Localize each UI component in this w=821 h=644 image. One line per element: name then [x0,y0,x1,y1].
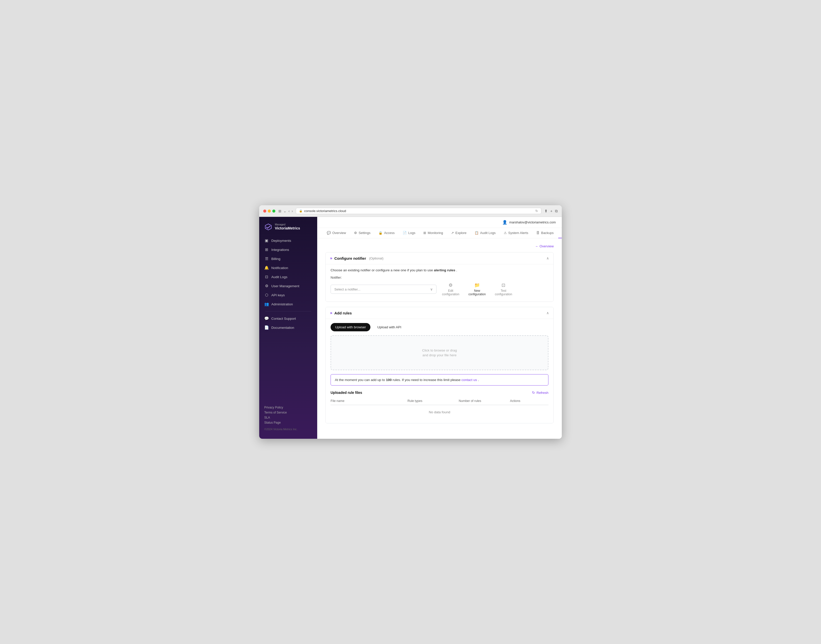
tab-label-logs: Logs [408,231,415,235]
tab-explore[interactable]: ↗ Explore [447,228,470,238]
chevron-right-double-rules-icon: » [330,311,332,315]
sidebar-toggle-icon[interactable]: ⊞ [278,209,282,213]
logo-text: Managed VictoriaMetrics [275,224,300,230]
new-tab-icon[interactable]: + [550,209,553,213]
terms-of-service-link[interactable]: Terms of Service [264,410,312,415]
sla-link[interactable]: SLA [264,415,312,420]
minimize-button[interactable] [268,210,271,213]
api-keys-icon: ⬡ [264,293,269,297]
sidebar-item-billing[interactable]: ☰ Billing [261,254,315,263]
sidebar-item-administration[interactable]: 👥 Administration [261,299,315,309]
main-content: 👤 marshalov@victoriametrics.com 💬 Overvi… [317,217,562,439]
back-button[interactable]: ‹ [288,209,290,213]
svg-marker-0 [265,224,271,230]
dropzone-text-line1: Click to browse or drag [336,348,543,352]
integrations-icon: ⊞ [264,247,269,252]
browser-titlebar: ⊞ ⌄ ‹ › 🔒 console.victoriametrics.cloud … [259,205,562,217]
close-button[interactable] [263,210,266,213]
upload-tabs: Upload with browser Upload with API [331,323,548,331]
privacy-policy-link[interactable]: Privacy Policy [264,405,312,410]
sidebar-label-integrations: Integrations [271,248,289,251]
tabs-icon[interactable]: ⧉ [555,209,558,213]
sidebar-item-api-keys[interactable]: ⬡ API keys [261,290,315,299]
notifier-select[interactable]: Select a notifier... ∨ [331,285,437,294]
uploaded-files-header: Uploaded rule files ↻ Refresh [331,391,548,395]
add-rules-body: Upload with browser Upload with API Clic… [326,319,553,423]
rules-limit-info-box: At the moment you can add up to 100 rule… [331,374,548,386]
notifier-description: Choose an existing notifier or configure… [331,268,548,272]
refresh-icon: ↻ [532,391,535,395]
notifier-desc-highlight: alerting rules [434,268,455,272]
tab-label-settings: Settings [358,231,371,235]
notifier-desc-prefix: Choose an existing notifier or configure… [331,268,434,272]
edit-config-label: Editconfiguration [442,289,460,296]
optional-label: (Optional) [369,256,383,260]
tab-logs[interactable]: 📄 Logs [399,228,419,238]
tab-audit-logs[interactable]: 📋 Audit Logs [471,228,499,238]
page-body: ← Overview » Configure notifier (Optiona… [317,238,562,439]
table-header: File name Rule types Number of rules Act… [331,397,548,405]
col-rule-types: Rule types [407,399,459,403]
new-configuration-button[interactable]: 📁 Newconfiguration [466,281,489,297]
configure-notifier-title: » Configure notifier (Optional) [330,256,383,261]
sidebar-item-audit-logs[interactable]: ⊡ Audit Logs [261,272,315,281]
sidebar-item-documentation[interactable]: 📄 Documentation [261,323,315,332]
refresh-button[interactable]: ↻ Refresh [532,391,548,395]
sidebar-item-user-management[interactable]: ⚙ User Management [261,281,315,290]
test-configuration-button[interactable]: ⊡ Testconfiguration [492,281,515,297]
status-page-link[interactable]: Status Page [264,420,312,425]
tab-backups[interactable]: 🗄 Backups [533,228,557,238]
tab-settings[interactable]: ⚙ Settings [351,228,374,238]
col-num-rules: Number of rules [459,399,510,403]
tab-monitoring[interactable]: ⊞ Monitoring [420,228,447,238]
collapse-configure-icon[interactable]: ∧ [547,256,549,260]
reload-icon[interactable]: ↻ [535,209,538,213]
notifier-placeholder: Select a notifier... [334,287,361,291]
billing-icon: ☰ [264,256,269,261]
tab-access[interactable]: 🔒 Access [375,228,398,238]
uploaded-files-title: Uploaded rule files [331,391,362,395]
user-mgmt-icon: ⚙ [264,284,269,288]
collapse-rules-icon[interactable]: ∧ [547,311,549,315]
docs-icon: 📄 [264,325,269,330]
add-rules-section: » Add rules ∧ Upload with browser Upload… [325,307,554,423]
tab-overview[interactable]: 💬 Overview [323,228,349,238]
url-bar[interactable]: 🔒 console.victoriametrics.cloud ↻ [296,208,541,214]
sidebar-item-notification[interactable]: 🔔 Notification [261,263,315,272]
contact-us-link[interactable]: contact us [461,378,477,382]
sidebar-nav: ▣ Deployments ⊞ Integrations ☰ Billing 🔔… [259,236,317,405]
configure-notifier-header[interactable]: » Configure notifier (Optional) ∧ [326,252,553,264]
tab-label-audit-logs: Audit Logs [480,231,495,235]
tab-rules[interactable]: ⚡ Rules [558,228,562,238]
chevron-down-icon[interactable]: ⌄ [283,209,286,213]
notifier-row: Select a notifier... ∨ ⚙ Editconfigurati… [331,281,548,297]
tab-system-alerts[interactable]: ⚠ System Alerts [500,228,532,238]
sidebar-label-administration: Administration [271,302,293,306]
info-limit: 100 [386,378,392,382]
explore-tab-icon: ↗ [451,231,454,235]
overview-back-link[interactable]: ← Overview [325,244,554,248]
sidebar-label-contact-support: Contact Support [271,317,296,320]
add-rules-header[interactable]: » Add rules ∧ [326,307,553,319]
select-chevron-icon: ∨ [430,287,433,291]
file-dropzone[interactable]: Click to browse or drag and drop your fi… [331,335,548,370]
top-bar: 👤 marshalov@victoriametrics.com [317,217,562,228]
overview-tab-icon: 💬 [327,231,331,235]
upload-browser-tab[interactable]: Upload with browser [331,323,371,331]
share-icon[interactable]: ⬆ [544,209,548,213]
edit-configuration-button[interactable]: ⚙ Editconfiguration [440,281,462,297]
sidebar-item-contact-support[interactable]: 💬 Contact Support [261,314,315,323]
forward-button[interactable]: › [292,209,293,213]
upload-api-tab[interactable]: Upload with API [372,323,406,331]
sidebar-label-documentation: Documentation [271,326,294,330]
monitoring-tab-icon: ⊞ [423,231,426,235]
sidebar-label-notification: Notification [271,266,288,270]
tab-label-backups: Backups [541,231,554,235]
sidebar-item-deployments[interactable]: ▣ Deployments [261,236,315,245]
maximize-button[interactable] [272,210,275,213]
user-info: 👤 marshalov@victoriametrics.com [502,220,556,225]
tab-label-access: Access [384,231,395,235]
sidebar-item-integrations[interactable]: ⊞ Integrations [261,245,315,254]
browser-navigation: ⊞ ⌄ ‹ › [278,209,293,213]
info-suffix: rules. If you need to increase this limi… [393,378,461,382]
